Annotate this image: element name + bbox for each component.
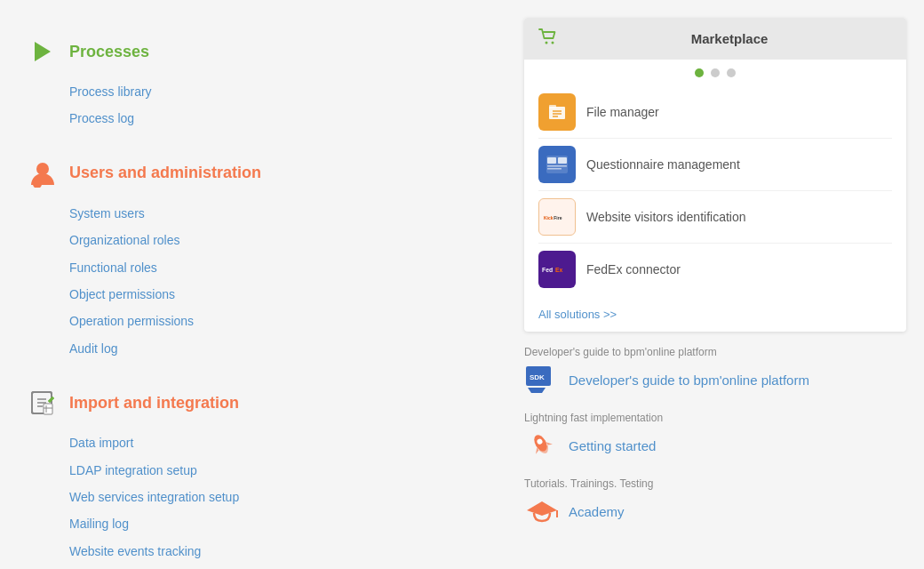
user-icon (27, 157, 59, 189)
link-organizational-roles[interactable]: Organizational roles (69, 227, 480, 253)
section-header-import: Import and integration (27, 387, 480, 419)
svg-rect-10 (549, 107, 565, 119)
all-solutions-link[interactable]: All solutions >> (524, 302, 906, 332)
dev-guide-label: Developer's guide to bpm'online platform (524, 346, 906, 358)
link-object-permissions[interactable]: Object permissions (69, 281, 480, 308)
academy-link[interactable]: Academy (569, 504, 625, 519)
section-links-users: System users Organizational roles Functi… (27, 200, 480, 362)
questionnaire-icon (538, 146, 576, 183)
link-web-services[interactable]: Web services integration setup (69, 484, 480, 510)
svg-rect-18 (547, 165, 567, 167)
section-title-users: Users and administration (69, 164, 261, 182)
section-import: Import and integration Data import LDAP … (27, 387, 480, 565)
marketplace-items: File manager Questionnaire management (524, 83, 906, 302)
svg-marker-26 (528, 388, 546, 393)
fedex-icon: Fed Ex (538, 251, 576, 288)
svg-marker-29 (527, 501, 557, 516)
section-processes: Processes Process library Process log (27, 36, 480, 132)
cart-icon (538, 28, 558, 49)
svg-text:SDK: SDK (530, 373, 545, 381)
marketplace-item-fedex: Fed Ex FedEx connector (538, 244, 892, 295)
link-audit-log[interactable]: Audit log (69, 335, 480, 362)
link-process-library[interactable]: Process library (69, 78, 480, 105)
link-functional-roles[interactable]: Functional roles (69, 254, 480, 281)
right-panel: Marketplace File manager (515, 0, 924, 569)
svg-rect-19 (547, 168, 562, 170)
dev-guide-link-row: SDK Developer's guide to bpm'online plat… (524, 362, 906, 397)
marketplace-item-questionnaire: Questionnaire management (538, 139, 892, 191)
section-links-import: Data import LDAP integration setup Web s… (27, 429, 480, 565)
marketplace-header: Marketplace (524, 18, 906, 60)
svg-point-0 (36, 163, 49, 175)
resource-getting-started: Lightning fast implementation Getting st… (524, 412, 906, 463)
marketplace-card: Marketplace File manager (524, 18, 906, 332)
svg-point-8 (546, 42, 548, 44)
svg-rect-7 (44, 404, 52, 414)
link-website-events[interactable]: Website events tracking (69, 538, 480, 565)
academy-link-row: Academy (524, 493, 906, 529)
dot-2[interactable] (711, 68, 720, 77)
dev-guide-link[interactable]: Developer's guide to bpm'online platform (569, 373, 809, 388)
svg-text:Fire: Fire (554, 215, 562, 220)
import-icon (27, 387, 59, 419)
getting-started-link-row: Getting started (524, 428, 906, 463)
svg-rect-16 (547, 157, 556, 164)
resource-dev-guide: Developer's guide to bpm'online platform… (524, 346, 906, 397)
link-operation-permissions[interactable]: Operation permissions (69, 308, 480, 334)
sdk-icon: SDK (524, 362, 560, 397)
link-process-log[interactable]: Process log (69, 105, 480, 132)
resource-academy: Tutorials. Trainings. Testing Academy (524, 477, 906, 529)
getting-started-label: Lightning fast implementation (524, 412, 906, 424)
link-system-users[interactable]: System users (69, 200, 480, 227)
marketplace-title: Marketplace (567, 31, 892, 46)
play-icon (27, 36, 59, 68)
svg-text:Ex: Ex (555, 267, 563, 273)
questionnaire-label: Questionnaire management (586, 157, 740, 172)
section-title-processes: Processes (69, 43, 149, 61)
kickfire-icon: Kick Fire (538, 198, 576, 236)
link-data-import[interactable]: Data import (69, 429, 480, 456)
sidebar: Processes Process library Process log Us… (0, 0, 515, 569)
svg-point-9 (552, 42, 554, 44)
section-header-users: Users and administration (27, 157, 480, 189)
link-ldap-integration[interactable]: LDAP integration setup (69, 457, 480, 484)
file-manager-icon (538, 93, 576, 131)
fedex-label: FedEx connector (586, 262, 681, 276)
getting-started-link[interactable]: Getting started (569, 438, 656, 453)
dot-3[interactable] (727, 68, 736, 77)
rocket-icon (524, 428, 560, 463)
section-title-import: Import and integration (69, 394, 239, 413)
section-links-processes: Process library Process log (27, 78, 480, 132)
svg-rect-17 (558, 157, 567, 164)
svg-rect-11 (549, 105, 556, 108)
svg-text:Fed: Fed (542, 267, 553, 273)
marketplace-item-file-manager: File manager (538, 86, 892, 139)
section-header-processes: Processes (27, 36, 480, 68)
marketplace-item-kickfire: Kick Fire Website visitors identificatio… (538, 191, 892, 244)
file-manager-label: File manager (586, 105, 659, 119)
academy-label: Tutorials. Trainings. Testing (524, 477, 906, 490)
marketplace-dots[interactable] (524, 60, 906, 83)
kickfire-label: Website visitors identification (586, 210, 745, 224)
link-mailing-log[interactable]: Mailing log (69, 510, 480, 537)
dot-1[interactable] (695, 68, 704, 77)
section-users: Users and administration System users Or… (27, 157, 480, 362)
cap-icon (524, 493, 560, 529)
svg-text:Kick: Kick (544, 215, 554, 220)
